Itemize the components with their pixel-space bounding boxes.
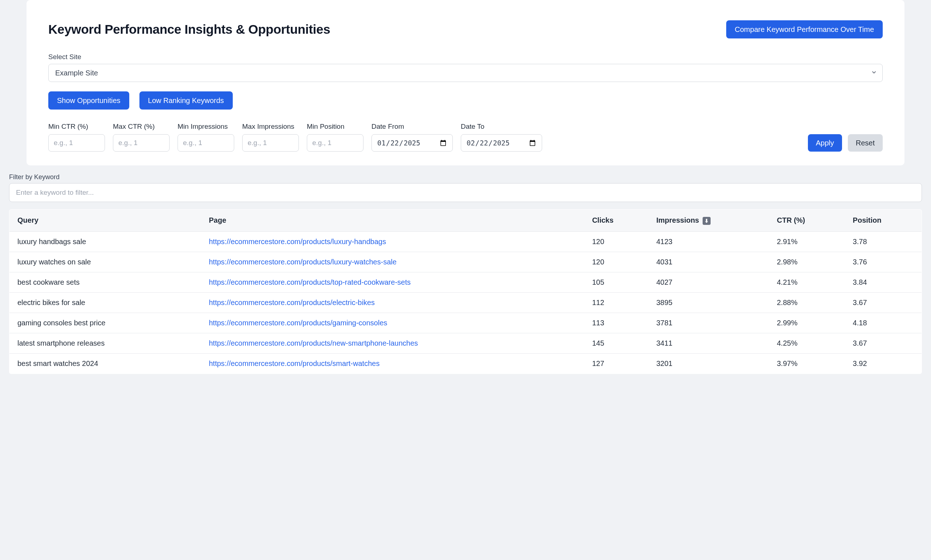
cell-position: 4.18 bbox=[845, 313, 922, 333]
site-select-block: Select Site Example Site bbox=[48, 53, 883, 82]
date-to-input[interactable] bbox=[461, 134, 542, 152]
page-title: Keyword Performance Insights & Opportuni… bbox=[48, 22, 330, 37]
date-from-input[interactable] bbox=[372, 134, 453, 152]
keyword-filter-block: Filter by Keyword bbox=[9, 173, 922, 202]
min-ctr-label: Min CTR (%) bbox=[48, 123, 105, 131]
max-impr-label: Max Impressions bbox=[242, 123, 299, 131]
max-impressions-input[interactable] bbox=[242, 134, 299, 152]
cell-page: https://ecommercestore.com/products/new-… bbox=[201, 333, 584, 353]
page-link[interactable]: https://ecommercestore.com/products/gami… bbox=[209, 319, 387, 327]
cell-query: best cookware sets bbox=[9, 272, 201, 292]
cell-clicks: 113 bbox=[584, 313, 648, 333]
page-link[interactable]: https://ecommercestore.com/products/new-… bbox=[209, 339, 418, 347]
cell-page: https://ecommercestore.com/products/luxu… bbox=[201, 252, 584, 272]
page-link[interactable]: https://ecommercestore.com/products/top-… bbox=[209, 278, 411, 286]
cell-page: https://ecommercestore.com/products/top-… bbox=[201, 272, 584, 292]
max-ctr-input[interactable] bbox=[113, 134, 170, 152]
table-row: luxury watches on salehttps://ecommerces… bbox=[9, 252, 922, 272]
min-position-input[interactable] bbox=[307, 134, 363, 152]
cell-impressions: 3411 bbox=[648, 333, 769, 353]
cell-query: gaming consoles best price bbox=[9, 313, 201, 333]
table-row: latest smartphone releaseshttps://ecomme… bbox=[9, 333, 922, 353]
cell-impressions: 4123 bbox=[648, 231, 769, 252]
keyword-filter-label: Filter by Keyword bbox=[9, 173, 922, 181]
sort-desc-icon: ⬇ bbox=[702, 217, 710, 225]
max-ctr-label: Max CTR (%) bbox=[113, 123, 170, 131]
cell-page: https://ecommercestore.com/products/smar… bbox=[201, 353, 584, 374]
page-link[interactable]: https://ecommercestore.com/products/elec… bbox=[209, 298, 375, 306]
low-ranking-button[interactable]: Low Ranking Keywords bbox=[139, 91, 233, 109]
cell-position: 3.78 bbox=[845, 231, 922, 252]
cell-position: 3.84 bbox=[845, 272, 922, 292]
col-page[interactable]: Page bbox=[201, 210, 584, 232]
cell-ctr: 2.98% bbox=[769, 252, 845, 272]
cell-query: luxury handbags sale bbox=[9, 231, 201, 252]
site-select[interactable]: Example Site bbox=[48, 64, 883, 82]
cell-impressions: 4031 bbox=[648, 252, 769, 272]
cell-query: luxury watches on sale bbox=[9, 252, 201, 272]
col-impressions-label: Impressions bbox=[656, 216, 699, 224]
cell-page: https://ecommercestore.com/products/luxu… bbox=[201, 231, 584, 252]
min-impr-label: Min Impressions bbox=[178, 123, 234, 131]
cell-ctr: 4.21% bbox=[769, 272, 845, 292]
table-row: gaming consoles best pricehttps://ecomme… bbox=[9, 313, 922, 333]
apply-button[interactable]: Apply bbox=[808, 134, 842, 152]
keyword-filter-input[interactable] bbox=[9, 183, 922, 202]
col-position[interactable]: Position bbox=[845, 210, 922, 232]
col-ctr[interactable]: CTR (%) bbox=[769, 210, 845, 232]
cell-position: 3.92 bbox=[845, 353, 922, 374]
card-header: Keyword Performance Insights & Opportuni… bbox=[48, 20, 883, 38]
cell-impressions: 3781 bbox=[648, 313, 769, 333]
page-link[interactable]: https://ecommercestore.com/products/luxu… bbox=[209, 238, 386, 246]
table-row: luxury handbags salehttps://ecommercesto… bbox=[9, 231, 922, 252]
filters-row: Min CTR (%) Max CTR (%) Min Impressions … bbox=[48, 123, 883, 152]
cell-clicks: 127 bbox=[584, 353, 648, 374]
cell-query: latest smartphone releases bbox=[9, 333, 201, 353]
page-link[interactable]: https://ecommercestore.com/products/smar… bbox=[209, 359, 380, 368]
results-table: Query Page Clicks Impressions ⬇ CTR (%) … bbox=[9, 209, 922, 374]
cell-query: electric bikes for sale bbox=[9, 292, 201, 313]
cell-query: best smart watches 2024 bbox=[9, 353, 201, 374]
table-row: best smart watches 2024https://ecommerce… bbox=[9, 353, 922, 374]
cell-page: https://ecommercestore.com/products/elec… bbox=[201, 292, 584, 313]
cell-impressions: 4027 bbox=[648, 272, 769, 292]
reset-button[interactable]: Reset bbox=[848, 134, 883, 152]
min-ctr-input[interactable] bbox=[48, 134, 105, 152]
cell-page: https://ecommercestore.com/products/gami… bbox=[201, 313, 584, 333]
cell-ctr: 3.97% bbox=[769, 353, 845, 374]
cell-ctr: 2.88% bbox=[769, 292, 845, 313]
show-opportunities-button[interactable]: Show Opportunities bbox=[48, 91, 129, 109]
cell-position: 3.67 bbox=[845, 333, 922, 353]
cell-clicks: 112 bbox=[584, 292, 648, 313]
cell-clicks: 145 bbox=[584, 333, 648, 353]
action-row: Show Opportunities Low Ranking Keywords bbox=[48, 91, 883, 109]
cell-position: 3.67 bbox=[845, 292, 922, 313]
col-impressions[interactable]: Impressions ⬇ bbox=[648, 210, 769, 232]
table-row: electric bikes for salehttps://ecommerce… bbox=[9, 292, 922, 313]
min-impressions-input[interactable] bbox=[178, 134, 234, 152]
cell-impressions: 3201 bbox=[648, 353, 769, 374]
cell-ctr: 4.25% bbox=[769, 333, 845, 353]
min-pos-label: Min Position bbox=[307, 123, 363, 131]
date-from-label: Date From bbox=[372, 123, 453, 131]
col-query[interactable]: Query bbox=[9, 210, 201, 232]
cell-clicks: 120 bbox=[584, 252, 648, 272]
cell-clicks: 120 bbox=[584, 231, 648, 252]
cell-clicks: 105 bbox=[584, 272, 648, 292]
page-link[interactable]: https://ecommercestore.com/products/luxu… bbox=[209, 258, 397, 266]
cell-ctr: 2.91% bbox=[769, 231, 845, 252]
cell-position: 3.76 bbox=[845, 252, 922, 272]
compare-button[interactable]: Compare Keyword Performance Over Time bbox=[726, 20, 883, 38]
filters-card: Keyword Performance Insights & Opportuni… bbox=[26, 0, 905, 165]
cell-impressions: 3895 bbox=[648, 292, 769, 313]
col-clicks[interactable]: Clicks bbox=[584, 210, 648, 232]
date-to-label: Date To bbox=[461, 123, 542, 131]
cell-ctr: 2.99% bbox=[769, 313, 845, 333]
site-select-label: Select Site bbox=[48, 53, 883, 61]
table-row: best cookware setshttps://ecommercestore… bbox=[9, 272, 922, 292]
